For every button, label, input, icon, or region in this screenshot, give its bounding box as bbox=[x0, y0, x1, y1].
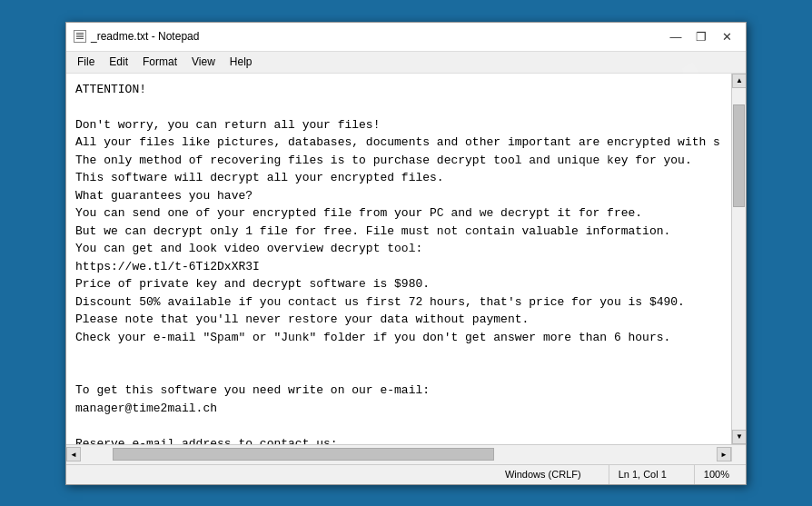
maximize-button[interactable]: ❐ bbox=[689, 27, 713, 45]
scroll-thumb-v[interactable] bbox=[733, 104, 745, 207]
window-controls: — ❐ ✕ bbox=[664, 27, 738, 45]
status-encoding: Windows (CRLF) bbox=[496, 465, 590, 484]
app-icon bbox=[74, 30, 86, 43]
status-zoom: 100% bbox=[694, 465, 738, 484]
title-bar: _readme.txt - Notepad — ❐ ✕ bbox=[66, 23, 746, 52]
corner-box bbox=[731, 447, 746, 461]
status-bar: Windows (CRLF) Ln 1, Col 1 100% bbox=[66, 464, 746, 484]
menu-edit[interactable]: Edit bbox=[102, 54, 135, 70]
scroll-left-button[interactable]: ◄ bbox=[66, 447, 81, 461]
vertical-scrollbar[interactable]: ▲ ▼ bbox=[731, 74, 746, 444]
menu-format[interactable]: Format bbox=[135, 54, 184, 70]
scroll-track-h[interactable] bbox=[81, 447, 717, 461]
notepad-window: _readme.txt - Notepad — ❐ ✕ File Edit Fo… bbox=[65, 22, 747, 485]
scroll-thumb-h[interactable] bbox=[113, 448, 494, 461]
text-editor[interactable]: ATTENTION! Don't worry, you can return a… bbox=[66, 74, 731, 444]
bottom-bar: ◄ ► bbox=[66, 444, 746, 464]
menu-file[interactable]: File bbox=[70, 54, 102, 70]
window-title: _readme.txt - Notepad bbox=[91, 30, 664, 43]
status-position: Ln 1, Col 1 bbox=[609, 465, 676, 484]
scroll-right-button[interactable]: ► bbox=[717, 447, 731, 461]
content-area: ATTENTION! Don't worry, you can return a… bbox=[66, 74, 746, 444]
minimize-button[interactable]: — bbox=[664, 27, 688, 45]
menu-view[interactable]: View bbox=[184, 54, 223, 70]
scroll-track-v[interactable] bbox=[732, 88, 746, 430]
close-button[interactable]: ✕ bbox=[715, 27, 738, 45]
menu-help[interactable]: Help bbox=[223, 54, 260, 70]
menu-bar: File Edit Format View Help bbox=[66, 52, 746, 74]
scroll-up-button[interactable]: ▲ bbox=[732, 74, 746, 88]
horizontal-scrollbar[interactable]: ◄ ► bbox=[66, 445, 731, 464]
scroll-down-button[interactable]: ▼ bbox=[732, 430, 746, 444]
